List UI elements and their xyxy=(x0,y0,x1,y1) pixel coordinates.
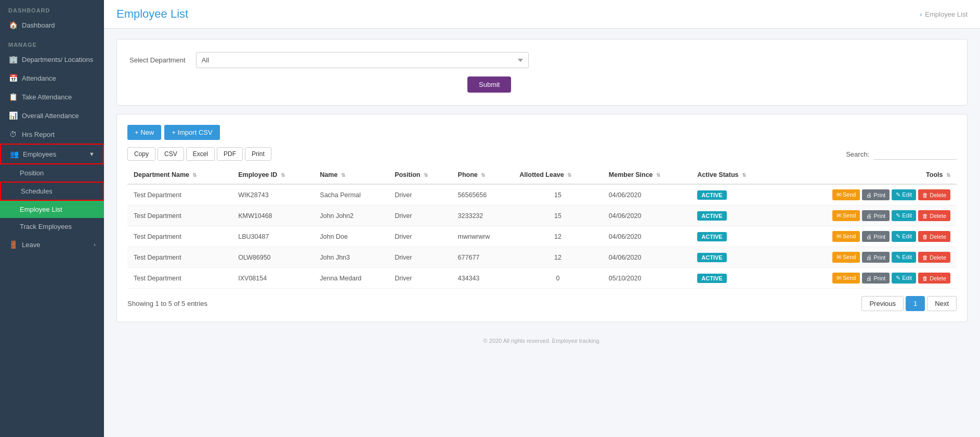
sidebar-sub-item-track-employees[interactable]: Track Employees xyxy=(0,218,104,235)
delete-button[interactable]: 🗑 Delete xyxy=(918,252,950,263)
cell-name: John Jhn3 xyxy=(313,247,388,268)
chevron-down-icon: ▼ xyxy=(89,151,95,157)
sidebar-item-departments[interactable]: 🏢 Departments/ Locations xyxy=(0,50,104,69)
cell-position: Driver xyxy=(388,226,451,247)
sort-status-icon[interactable]: ⇅ xyxy=(742,172,746,178)
excel-button[interactable]: Excel xyxy=(186,147,215,161)
sort-dept-icon[interactable]: ⇅ xyxy=(192,172,197,178)
send-button[interactable]: ✉ Send xyxy=(832,273,860,284)
cell-leave: 12 xyxy=(513,247,602,268)
table-row: Test Department LBU30487 John Doe Driver… xyxy=(127,226,957,247)
print-row-button[interactable]: 🖨 Print xyxy=(862,231,890,242)
print-row-button[interactable]: 🖨 Print xyxy=(862,210,890,221)
send-button[interactable]: ✉ Send xyxy=(832,189,860,200)
pagination-buttons: Previous 1 Next xyxy=(861,296,957,311)
import-csv-button[interactable]: + Import CSV xyxy=(164,125,219,140)
sort-phone-icon[interactable]: ⇅ xyxy=(481,172,485,178)
next-button[interactable]: Next xyxy=(927,296,957,311)
col-tools: Tools ⇅ xyxy=(776,166,957,184)
sort-since-icon[interactable]: ⇅ xyxy=(656,172,660,178)
csv-button[interactable]: CSV xyxy=(158,147,184,161)
page-header: Employee List › Employee List xyxy=(104,0,980,29)
sort-leave-icon[interactable]: ⇅ xyxy=(567,172,571,178)
sort-position-icon[interactable]: ⇅ xyxy=(424,172,428,178)
delete-button[interactable]: 🗑 Delete xyxy=(918,231,950,242)
print-button[interactable]: Print xyxy=(245,147,271,161)
cell-tools: ✉ Send 🖨 Print ✎ Edit 🗑 Delete xyxy=(776,184,957,205)
sidebar-sub-item-position[interactable]: Position xyxy=(0,164,104,182)
sidebar-item-attendance[interactable]: 📅 Attendance xyxy=(0,69,104,87)
cell-status: ACTIVE xyxy=(691,268,776,289)
sidebar-item-employees-label: Employees xyxy=(23,150,56,158)
tools-cell: ✉ Send 🖨 Print ✎ Edit 🗑 Delete xyxy=(782,210,950,221)
cell-dept: Test Department xyxy=(127,184,232,205)
cell-status: ACTIVE xyxy=(691,205,776,226)
pdf-button[interactable]: PDF xyxy=(217,147,243,161)
cell-phone: 56565656 xyxy=(452,184,514,205)
sidebar-item-hrs-report-label: Hrs Report xyxy=(22,131,55,138)
cell-phone: 677677 xyxy=(452,247,514,268)
employee-list-label: Employee List xyxy=(20,205,62,213)
send-button[interactable]: ✉ Send xyxy=(832,231,860,242)
print-row-button[interactable]: 🖨 Print xyxy=(862,273,890,284)
track-employees-label: Track Employees xyxy=(20,223,72,230)
previous-button[interactable]: Previous xyxy=(861,296,904,311)
sort-name-icon[interactable]: ⇅ xyxy=(341,172,345,178)
table-row: Test Department WIK28743 Sacha Permal Dr… xyxy=(127,184,957,205)
print-row-button[interactable]: 🖨 Print xyxy=(862,189,890,200)
employees-icon: 👥 xyxy=(9,150,19,158)
cell-tools: ✉ Send 🖨 Print ✎ Edit 🗑 Delete xyxy=(776,226,957,247)
sort-tools-icon[interactable]: ⇅ xyxy=(946,172,950,178)
delete-button[interactable]: 🗑 Delete xyxy=(918,189,950,200)
sort-empid-icon[interactable]: ⇅ xyxy=(281,172,285,178)
sidebar-sub-item-schedules[interactable]: Schedules xyxy=(0,182,104,201)
section-dashboard-label: DASHBOARD xyxy=(0,0,104,16)
sidebar-sub-item-employee-list[interactable]: Employee List xyxy=(0,201,104,218)
cell-leave: 15 xyxy=(513,184,602,205)
sidebar-item-hrs-report[interactable]: ⏱ Hrs Report xyxy=(0,125,104,144)
cell-empid: LBU30487 xyxy=(232,226,313,247)
sidebar-item-take-attendance-label: Take Attendance xyxy=(22,93,72,101)
cell-leave: 15 xyxy=(513,205,602,226)
edit-button[interactable]: ✎ Edit xyxy=(892,252,916,263)
delete-button[interactable]: 🗑 Delete xyxy=(918,273,950,284)
cell-leave: 0 xyxy=(513,268,602,289)
col-leave: Allotted Leave ⇅ xyxy=(513,166,602,184)
edit-button[interactable]: ✎ Edit xyxy=(892,189,916,200)
overall-attendance-icon: 📊 xyxy=(8,111,18,120)
cell-position: Driver xyxy=(388,205,451,226)
print-row-button[interactable]: 🖨 Print xyxy=(862,252,890,263)
sidebar-item-take-attendance[interactable]: 📋 Take Attendance xyxy=(0,87,104,106)
edit-button[interactable]: ✎ Edit xyxy=(892,273,916,284)
page-1-button[interactable]: 1 xyxy=(906,296,925,311)
departments-icon: 🏢 xyxy=(8,55,18,63)
send-button[interactable]: ✉ Send xyxy=(832,252,860,263)
search-row: Search: xyxy=(846,148,957,160)
sidebar-item-overall-attendance[interactable]: 📊 Overall Attendance xyxy=(0,106,104,125)
delete-button[interactable]: 🗑 Delete xyxy=(918,210,950,221)
tools-cell: ✉ Send 🖨 Print ✎ Edit 🗑 Delete xyxy=(782,189,950,200)
search-input[interactable] xyxy=(873,148,957,160)
sidebar-item-dashboard[interactable]: 🏠 Dashboard xyxy=(0,16,104,34)
cell-since: 05/10/2020 xyxy=(603,268,691,289)
cell-dept: Test Department xyxy=(127,247,232,268)
submit-button[interactable]: Submit xyxy=(467,76,511,93)
send-button[interactable]: ✉ Send xyxy=(832,210,860,221)
table-card: + New + Import CSV Copy CSV Excel PDF Pr… xyxy=(116,114,968,322)
copy-button[interactable]: Copy xyxy=(127,147,155,161)
sidebar-item-leave[interactable]: 🚪 Leave › xyxy=(0,235,104,254)
edit-button[interactable]: ✎ Edit xyxy=(892,231,916,242)
edit-button[interactable]: ✎ Edit xyxy=(892,210,916,221)
cell-name: John John2 xyxy=(313,205,388,226)
col-status: Active Status ⇅ xyxy=(691,166,776,184)
cell-status: ACTIVE xyxy=(691,226,776,247)
cell-empid: OLW86950 xyxy=(232,247,313,268)
col-empid: Employee ID ⇅ xyxy=(232,166,313,184)
department-select[interactable]: All xyxy=(196,52,529,68)
cell-position: Driver xyxy=(388,184,451,205)
new-button[interactable]: + New xyxy=(127,125,161,140)
table-row: Test Department KMW10468 John John2 Driv… xyxy=(127,205,957,226)
take-attendance-icon: 📋 xyxy=(8,93,18,101)
sidebar-item-employees[interactable]: 👥 Employees ▼ xyxy=(0,144,104,164)
position-label: Position xyxy=(20,169,44,177)
